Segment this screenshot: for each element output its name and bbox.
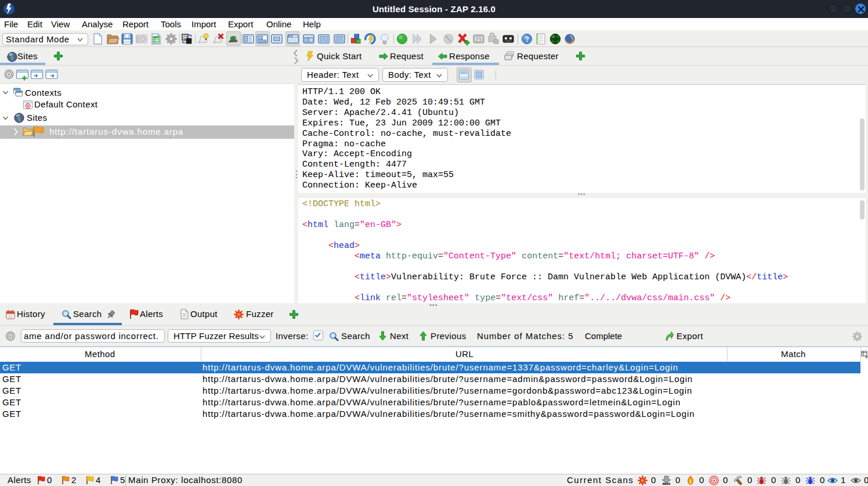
svg-text:?: ? xyxy=(525,35,529,44)
svg-text:T.: T. xyxy=(234,37,238,41)
